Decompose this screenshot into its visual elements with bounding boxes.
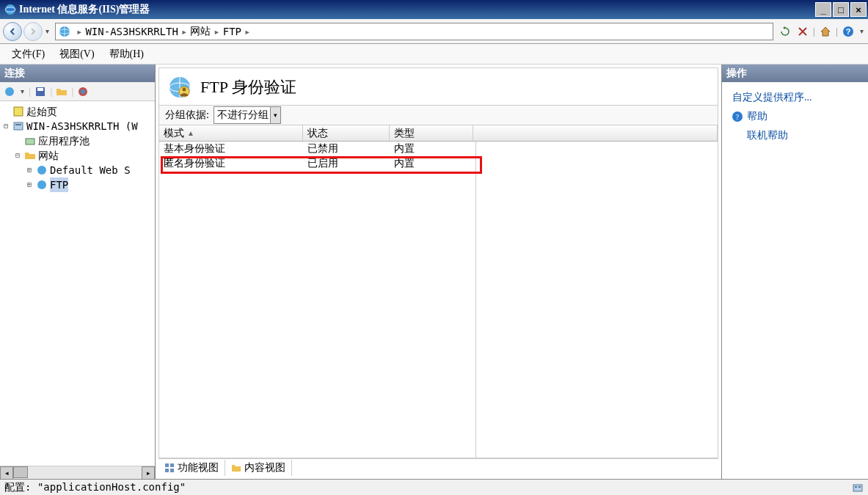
column-status[interactable]: 状态: [303, 125, 390, 141]
action-custom-providers[interactable]: 自定义提供程序...: [726, 88, 864, 107]
dropdown-icon: ▾: [270, 107, 280, 123]
sort-asc-icon: ▲: [187, 129, 194, 137]
history-dropdown[interactable]: ▾: [44, 27, 51, 35]
content-heading: FTP 身份验证: [159, 68, 718, 105]
tree-label: 起始页: [26, 104, 57, 119]
svg-point-9: [5, 87, 14, 96]
list-row[interactable]: 基本身份验证 已禁用 内置: [159, 142, 475, 156]
column-blank[interactable]: [473, 125, 718, 141]
address-bar[interactable]: ▸ WIN-AS3HSKRRLTH ▸ 网站 ▸ FTP ▸: [55, 23, 773, 40]
scroll-track[interactable]: [13, 466, 142, 479]
tree-sites[interactable]: ⊟ 网站: [1, 148, 153, 163]
list-row[interactable]: 匿名身份验证 已启用 内置: [159, 156, 475, 171]
help-dropdown[interactable]: ▾: [858, 27, 865, 35]
tree-server[interactable]: ⊟ WIN-AS3HSKRRLTH (W: [1, 119, 153, 133]
refresh-icon[interactable]: [778, 24, 792, 39]
scroll-left-button[interactable]: ◂: [0, 466, 13, 480]
action-online-help[interactable]: 联机帮助: [726, 126, 864, 145]
menu-file[interactable]: 文件(F): [4, 45, 52, 64]
window-title: Internet 信息服务(IIS)管理器: [19, 3, 814, 16]
help-icon[interactable]: ?: [841, 24, 856, 39]
scroll-thumb[interactable]: [13, 466, 28, 478]
column-mode[interactable]: 模式 ▲: [159, 125, 303, 141]
collapse-icon[interactable]: ⊟: [1, 119, 10, 133]
svg-rect-17: [26, 139, 34, 144]
breadcrumb-site[interactable]: FTP: [223, 26, 241, 37]
cell-mode: 匿名身份验证: [159, 157, 303, 170]
menu-view[interactable]: 视图(V): [52, 45, 101, 64]
tree-scrollbar[interactable]: ◂ ▸: [0, 466, 155, 479]
title-bar: Internet 信息服务(IIS)管理器 _ □ ×: [0, 0, 868, 19]
tree-label: WIN-AS3HSKRRLTH (W: [26, 119, 138, 133]
status-config: 配置: "applicationHost.config": [4, 481, 186, 494]
svg-rect-15: [14, 122, 23, 130]
svg-point-24: [183, 88, 186, 92]
cell-status: 已禁用: [303, 142, 390, 155]
close-button[interactable]: ×: [850, 2, 867, 17]
nav-tools: | | ? ▾: [778, 24, 865, 39]
tree-app-pools[interactable]: 应用程序池: [1, 133, 153, 148]
folder-icon[interactable]: [55, 85, 68, 98]
cell-type: 内置: [390, 142, 473, 155]
maximize-button[interactable]: □: [833, 2, 849, 17]
connect-icon[interactable]: [3, 85, 16, 98]
views-bar: 功能视图 内容视图: [158, 458, 718, 476]
nav-bar: ▾ ▸ WIN-AS3HSKRRLTH ▸ 网站 ▸ FTP ▸ | | ? ▾: [0, 19, 868, 44]
svg-rect-11: [37, 88, 43, 91]
connect-dropdown[interactable]: ▾: [19, 87, 26, 95]
tree-label: 网站: [38, 148, 59, 163]
actions-body: 自定义提供程序... ? 帮助 联机帮助: [722, 82, 868, 479]
stop-icon[interactable]: [795, 24, 810, 39]
breadcrumb-server[interactable]: WIN-AS3HSKRRLTH: [85, 26, 178, 37]
column-type[interactable]: 类型: [390, 125, 473, 141]
tree-label: 应用程序池: [38, 133, 90, 148]
start-page-icon: [12, 106, 24, 117]
content-box: FTP 身份验证 分组依据: 不进行分组 ▾ 模式 ▲ 状态 类型: [158, 67, 718, 458]
action-help[interactable]: ? 帮助: [726, 107, 864, 126]
features-icon: [164, 463, 175, 473]
tree-default-site[interactable]: ⊞ Default Web S: [1, 163, 153, 177]
svg-rect-14: [14, 107, 23, 116]
cell-mode: 基本身份验证: [159, 142, 303, 155]
globe-icon: [59, 26, 70, 37]
cell-type: 内置: [390, 157, 473, 170]
expand-icon[interactable]: ⊞: [25, 177, 34, 192]
scroll-right-button[interactable]: ▸: [142, 466, 155, 480]
home-icon[interactable]: [818, 24, 833, 39]
content-view-tab[interactable]: 内容视图: [225, 460, 292, 476]
actions-header: 操作: [722, 65, 868, 82]
save-icon[interactable]: [34, 85, 47, 98]
tree-ftp-site[interactable]: ⊞ FTP: [1, 177, 153, 192]
nav-sep: |: [813, 26, 815, 37]
svg-rect-25: [165, 463, 169, 467]
minimize-button[interactable]: _: [815, 2, 831, 17]
expand-icon[interactable]: ⊞: [25, 163, 34, 177]
svg-rect-29: [853, 485, 862, 491]
svg-point-13: [81, 89, 85, 94]
svg-rect-26: [170, 463, 174, 467]
svg-rect-28: [170, 469, 174, 472]
svg-point-18: [37, 166, 46, 175]
connections-panel: 连接 ▾ | | | 起始页 ⊟ WIN-AS3HSKRRLTH (W: [0, 65, 156, 479]
breadcrumb-sep: ▸: [181, 26, 187, 37]
list-header: 模式 ▲ 状态 类型: [159, 125, 718, 142]
features-view-tab[interactable]: 功能视图: [158, 460, 225, 476]
actions-panel: 操作 自定义提供程序... ? 帮助 联机帮助: [721, 65, 868, 479]
connections-toolbar: ▾ | | |: [0, 82, 155, 101]
menu-help[interactable]: 帮助(H): [102, 45, 151, 64]
up-icon[interactable]: [76, 85, 90, 98]
back-button[interactable]: [3, 22, 22, 41]
status-bar: 配置: "applicationHost.config": [0, 479, 868, 495]
nav-sep: |: [836, 26, 838, 37]
breadcrumb-sites[interactable]: 网站: [190, 25, 211, 38]
group-label: 分组依据:: [165, 109, 209, 122]
tree-start-page[interactable]: 起始页: [1, 104, 153, 119]
group-select[interactable]: 不进行分组 ▾: [214, 106, 281, 124]
collapse-icon[interactable]: ⊟: [13, 148, 22, 163]
breadcrumb-sep: ▸: [244, 26, 250, 37]
main-area: 连接 ▾ | | | 起始页 ⊟ WIN-AS3HSKRRLTH (W: [0, 65, 868, 479]
content-panel: FTP 身份验证 分组依据: 不进行分组 ▾ 模式 ▲ 状态 类型: [156, 65, 721, 479]
menu-bar: 文件(F) 视图(V) 帮助(H): [0, 44, 868, 65]
group-row: 分组依据: 不进行分组 ▾: [159, 105, 718, 125]
forward-button[interactable]: [23, 22, 43, 41]
